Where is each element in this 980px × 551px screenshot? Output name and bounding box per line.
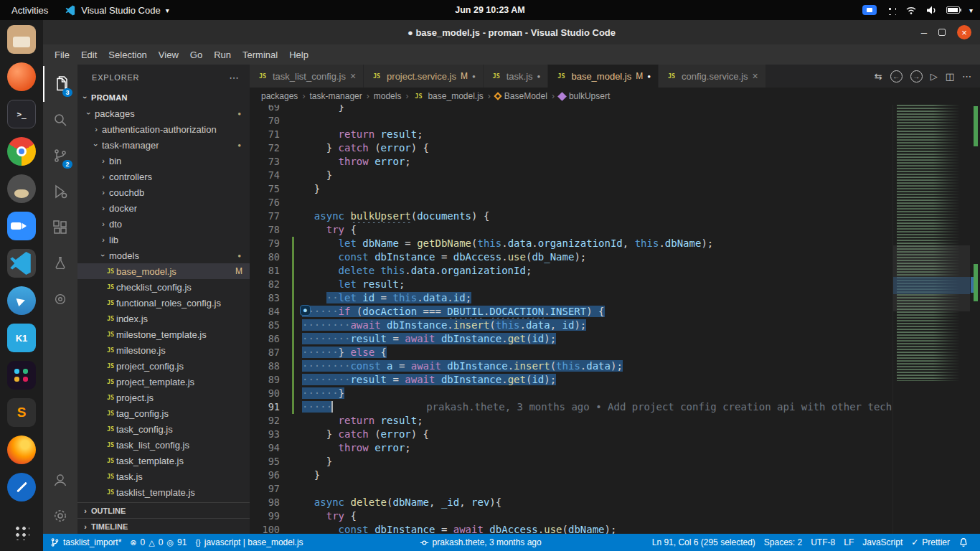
extensions-view-icon[interactable]: [43, 209, 77, 245]
overview-ruler[interactable]: [970, 105, 980, 534]
language-mode[interactable]: JavaScript: [858, 534, 907, 551]
notifications-bell-icon[interactable]: [954, 534, 973, 551]
formatter-indicator[interactable]: ✓ Prettier: [907, 534, 954, 551]
sublime-text-icon[interactable]: S: [7, 398, 36, 427]
menu-view[interactable]: View: [153, 47, 184, 62]
folder-bin[interactable]: ›bin: [77, 153, 250, 169]
file-milestone.js[interactable]: JSmilestone.js: [77, 342, 250, 358]
settings-gear-icon[interactable]: [43, 498, 77, 534]
tab-project.service.js[interactable]: JSproject.service.jsM●: [364, 65, 484, 88]
breadcrumb-task-manager[interactable]: task-manager: [309, 91, 362, 101]
terminal-app-icon[interactable]: >_: [7, 100, 36, 128]
folder-lib[interactable]: ›lib: [77, 232, 250, 248]
run-debug-view-icon[interactable]: [43, 174, 77, 209]
folder-models[interactable]: ›models●: [77, 248, 250, 263]
input-grid-icon[interactable]: [886, 5, 896, 15]
folder-authentication-authorization[interactable]: ›authentication-authorization: [77, 121, 250, 137]
editor-more-actions-icon[interactable]: ⋯: [962, 71, 971, 82]
encoding-indicator[interactable]: UTF-8: [806, 534, 839, 551]
breadcrumb-BaseModel[interactable]: BaseModel: [495, 91, 547, 101]
file-checklist_config.js[interactable]: JSchecklist_config.js: [77, 279, 250, 295]
close-button[interactable]: ×: [957, 25, 971, 39]
indentation-indicator[interactable]: Spaces: 2: [760, 534, 806, 551]
explorer-more-actions-icon[interactable]: ⋯: [229, 72, 240, 83]
code-editor[interactable]: ● 69 }7071 return result;72 } catch (err…: [250, 105, 892, 534]
problems-indicator[interactable]: ⊗0 △0 ◎91: [126, 534, 191, 551]
gimp-icon[interactable]: [7, 174, 36, 203]
tab-task.js[interactable]: JStask.js●: [484, 65, 549, 88]
gitlens-blame-status[interactable]: prakash.thete, 3 months ago: [415, 534, 546, 551]
run-file-icon[interactable]: ▷: [930, 71, 938, 82]
menu-run[interactable]: Run: [208, 47, 237, 62]
file-functional_roles_config.js[interactable]: JSfunctional_roles_config.js: [77, 295, 250, 311]
tab-base_model.js[interactable]: JSbase_model.jsM●: [548, 65, 659, 88]
file-base_model.js[interactable]: JSbase_model.jsM: [77, 263, 250, 279]
remote-explorer-view-icon[interactable]: [43, 281, 77, 317]
open-changes-icon[interactable]: ⇆: [875, 71, 882, 82]
volume-icon[interactable]: [926, 6, 937, 15]
slack-icon[interactable]: [7, 361, 36, 390]
close-tab-icon[interactable]: ×: [350, 70, 356, 82]
title-bar[interactable]: ● base_model.js - proman - Visual Studio…: [43, 20, 980, 44]
file-task_config.js[interactable]: JStask_config.js: [77, 421, 250, 437]
activities-button[interactable]: Activities: [7, 4, 52, 17]
explorer-view-icon[interactable]: 3: [43, 66, 77, 102]
menu-file[interactable]: File: [49, 47, 75, 62]
search-view-icon[interactable]: [43, 102, 77, 138]
tab-task_list_config.js[interactable]: JStask_list_config.js×: [250, 65, 364, 88]
project-section-header[interactable]: › PROMAN: [77, 90, 250, 105]
wifi-icon[interactable]: [905, 5, 917, 15]
file-milestone_template.js[interactable]: JSmilestone_template.js: [77, 326, 250, 342]
timeline-section[interactable]: › TIMELINE: [77, 518, 250, 534]
gitlens-next-revision-icon[interactable]: →: [910, 70, 923, 83]
show-applications-icon[interactable]: [7, 518, 36, 547]
breadcrumb-bulkUpsert[interactable]: bulkUpsert: [559, 91, 610, 101]
menu-help[interactable]: Help: [283, 47, 314, 62]
gitlens-prev-revision-icon[interactable]: ←: [890, 70, 903, 83]
cursor-position[interactable]: Ln 91, Col 6 (295 selected): [648, 534, 760, 551]
breadcrumb-base_model.js[interactable]: JSbase_model.js: [413, 91, 483, 101]
menu-terminal[interactable]: Terminal: [237, 47, 283, 62]
folder-packages[interactable]: ›packages●: [77, 105, 250, 121]
menu-go[interactable]: Go: [184, 47, 208, 62]
language-file-indicator[interactable]: {} javascript | base_model.js: [191, 534, 307, 551]
file-project_template.js[interactable]: JSproject_template.js: [77, 374, 250, 390]
file-index.js[interactable]: JSindex.js: [77, 311, 250, 326]
folder-controllers[interactable]: ›controllers: [77, 169, 250, 184]
file-tasklist_template.js[interactable]: JStasklist_template.js: [77, 484, 250, 500]
code-action-icon[interactable]: ●: [300, 305, 311, 316]
orange-app-icon[interactable]: [7, 62, 36, 91]
folder-dto[interactable]: ›dto: [77, 216, 250, 232]
files-app-icon[interactable]: [7, 25, 36, 54]
folder-docker[interactable]: ›docker: [77, 200, 250, 216]
minimap-slider[interactable]: [893, 245, 970, 311]
file-task_list_config.js[interactable]: JStask_list_config.js: [77, 437, 250, 453]
menu-edit[interactable]: Edit: [75, 47, 103, 62]
file-project.js[interactable]: JSproject.js: [77, 390, 250, 405]
file-task.js[interactable]: JStask.js: [77, 468, 250, 484]
minimize-button[interactable]: –: [921, 29, 927, 36]
testing-view-icon[interactable]: [43, 245, 77, 281]
chrome-icon[interactable]: [7, 137, 36, 166]
zoom-icon[interactable]: [7, 212, 36, 240]
outline-section[interactable]: › OUTLINE: [77, 502, 250, 518]
tab-config.service.js[interactable]: JSconfig.service.js×: [659, 65, 766, 88]
menu-selection[interactable]: Selection: [103, 47, 152, 62]
breadcrumb-packages[interactable]: packages: [261, 91, 298, 101]
battery-icon[interactable]: [946, 6, 960, 14]
krita-icon[interactable]: K1: [7, 324, 36, 352]
source-control-view-icon[interactable]: 2: [43, 138, 77, 174]
file-project_config.js[interactable]: JSproject_config.js: [77, 358, 250, 374]
breadcrumb-models[interactable]: models: [374, 91, 402, 101]
close-tab-icon[interactable]: ×: [753, 70, 758, 82]
app-menu[interactable]: Visual Studio Code ▾: [65, 5, 169, 16]
screen-share-indicator-icon[interactable]: [862, 5, 877, 15]
firefox-icon[interactable]: [7, 435, 36, 464]
account-icon[interactable]: [43, 462, 77, 498]
file-task_template.js[interactable]: JStask_template.js: [77, 453, 250, 468]
maximize-button[interactable]: [938, 29, 946, 36]
eol-indicator[interactable]: LF: [839, 534, 858, 551]
split-editor-icon[interactable]: ◫: [946, 71, 954, 82]
folder-couchdb[interactable]: ›couchdb: [77, 184, 250, 200]
file-tag_config.js[interactable]: JStag_config.js: [77, 405, 250, 421]
